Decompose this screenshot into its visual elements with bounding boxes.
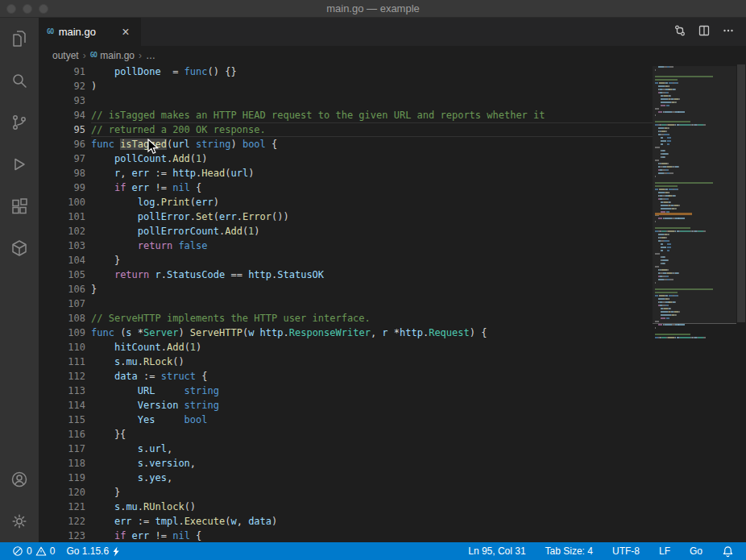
- language-mode-status[interactable]: Go: [686, 545, 707, 557]
- more-actions-icon: [722, 24, 735, 37]
- code-line[interactable]: }: [91, 282, 653, 297]
- code-line[interactable]: [91, 93, 653, 108]
- code-line[interactable]: s.mu.RLock(): [91, 355, 653, 369]
- window-title: main.go — example: [326, 2, 420, 15]
- source-control-icon: [10, 113, 29, 132]
- code-line[interactable]: URL string: [91, 384, 653, 398]
- line-number: 118: [39, 456, 91, 471]
- gear-icon: [10, 512, 29, 531]
- warning-icon: [35, 545, 47, 557]
- code-line[interactable]: // isTagged makes an HTTP HEAD request t…: [91, 108, 653, 122]
- activity-item-source-control[interactable]: [0, 102, 39, 143]
- line-number: 91: [39, 64, 91, 79]
- go-version-label: Go 1.15.6: [66, 545, 109, 557]
- line-number: 116: [39, 427, 91, 442]
- chevron-right-icon: ›: [138, 50, 143, 61]
- code-line[interactable]: Version string: [91, 398, 653, 413]
- minimap[interactable]: [653, 66, 736, 542]
- code-line[interactable]: [91, 297, 653, 311]
- activity-item-extensions[interactable]: [0, 185, 39, 227]
- code-line[interactable]: pollErrorCount.Add(1): [91, 224, 653, 239]
- code-line[interactable]: // ServeHTTP implements the HTTP user in…: [91, 311, 653, 326]
- activity-item-settings[interactable]: [0, 500, 39, 542]
- line-number: 98: [39, 166, 91, 180]
- vertical-scrollbar[interactable]: [736, 64, 746, 542]
- code-line[interactable]: // returned a 200 OK response.: [91, 122, 653, 137]
- line-number: 106: [39, 282, 91, 297]
- line-number: 95: [39, 122, 91, 137]
- line-number: 102: [39, 224, 91, 239]
- code-line[interactable]: }: [91, 485, 653, 500]
- split-editor-button[interactable]: [698, 24, 711, 40]
- close-window-button[interactable]: [6, 4, 16, 14]
- code-line[interactable]: ): [91, 79, 653, 93]
- activity-item-search[interactable]: [0, 60, 39, 102]
- line-number: 92: [39, 79, 91, 93]
- activity-item-run-debug[interactable]: [0, 143, 39, 185]
- code-line[interactable]: Yes bool: [91, 413, 653, 427]
- split-editor-icon: [698, 24, 711, 37]
- code-line[interactable]: return false: [91, 239, 653, 253]
- code-line[interactable]: s.url,: [91, 442, 653, 456]
- code-line[interactable]: pollDone = func() {}: [91, 64, 653, 79]
- code-line[interactable]: s.version,: [91, 456, 653, 471]
- line-number: 123: [39, 529, 91, 542]
- code-line[interactable]: return r.StatusCode == http.StatusOK: [91, 268, 653, 282]
- notifications-bell-button[interactable]: [718, 545, 738, 558]
- more-actions-button[interactable]: [722, 24, 735, 40]
- code-editor: 9192939495969798991001011021031041051061…: [39, 64, 746, 542]
- code-line[interactable]: err := tmpl.Execute(w, data): [91, 514, 653, 529]
- breadcrumb-item-symbol-ellipsis[interactable]: …: [146, 50, 155, 61]
- code-line[interactable]: func isTagged(url string) bool {: [91, 137, 653, 151]
- activity-item-accounts[interactable]: [0, 458, 39, 500]
- problems-status[interactable]: 0 0: [8, 545, 59, 557]
- minimize-window-button[interactable]: [23, 4, 32, 14]
- extensions-icon: [10, 197, 29, 216]
- code-line[interactable]: s.mu.RUnlock(): [91, 500, 653, 514]
- tab-main-go[interactable]: GO main.go ×: [39, 18, 141, 46]
- status-bar-left: 0 0 Go 1.15.6: [8, 545, 124, 557]
- line-number: 103: [39, 239, 91, 253]
- code-line[interactable]: r, err := http.Head(url): [91, 166, 653, 180]
- activity-item-explorer[interactable]: [0, 18, 39, 60]
- lightning-icon: [112, 546, 120, 557]
- status-bar-right: Ln 95, Col 31 Tab Size: 4 UTF-8 LF Go: [464, 545, 738, 558]
- encoding-status[interactable]: UTF-8: [608, 545, 644, 557]
- code-line[interactable]: log.Print(err): [91, 195, 653, 209]
- line-number: 109: [39, 326, 91, 340]
- search-icon: [10, 71, 29, 90]
- line-number: 115: [39, 413, 91, 427]
- tab-close-button[interactable]: ×: [118, 26, 133, 39]
- zoom-window-button[interactable]: [39, 4, 48, 14]
- code-line[interactable]: if err != nil {: [91, 180, 653, 195]
- cursor-position-status[interactable]: Ln 95, Col 31: [464, 545, 529, 557]
- error-count: 0: [27, 545, 32, 557]
- code-line[interactable]: pollCount.Add(1): [91, 151, 653, 166]
- tab-bar: GO main.go ×: [39, 18, 746, 46]
- line-number: 121: [39, 500, 91, 514]
- gutter: 9192939495969798991001011021031041051061…: [39, 64, 91, 542]
- code-line[interactable]: }: [91, 253, 653, 268]
- code-line[interactable]: }{: [91, 427, 653, 442]
- package-icon: [10, 239, 29, 258]
- breadcrumb-go-file-icon: GO: [90, 52, 97, 59]
- go-version-status[interactable]: Go 1.15.6: [62, 545, 124, 557]
- code-line[interactable]: pollError.Set(err.Error()): [91, 209, 653, 224]
- breadcrumb-item-main-go[interactable]: main.go: [100, 50, 135, 61]
- activity-item-package[interactable]: [0, 227, 39, 269]
- open-changes-button[interactable]: [673, 24, 686, 40]
- code-line[interactable]: data := struct {: [91, 369, 653, 384]
- line-number: 93: [39, 93, 91, 108]
- scrollbar-thumb[interactable]: [737, 64, 745, 322]
- code-line[interactable]: func (s *Server) ServeHTTP(w http.Respon…: [91, 326, 653, 340]
- minimap-slider[interactable]: [653, 66, 736, 324]
- line-number: 108: [39, 311, 91, 326]
- code-line[interactable]: s.yes,: [91, 471, 653, 485]
- code-line[interactable]: if err != nil {: [91, 529, 653, 542]
- status-bar: 0 0 Go 1.15.6 Ln 95, Col 31 Tab Size: 4 …: [0, 542, 746, 560]
- line-number: 96: [39, 137, 91, 151]
- code-line[interactable]: hitCount.Add(1): [91, 340, 653, 355]
- eol-status[interactable]: LF: [655, 545, 674, 557]
- tab-size-status[interactable]: Tab Size: 4: [541, 545, 597, 557]
- breadcrumb-item-outyet[interactable]: outyet: [52, 50, 79, 61]
